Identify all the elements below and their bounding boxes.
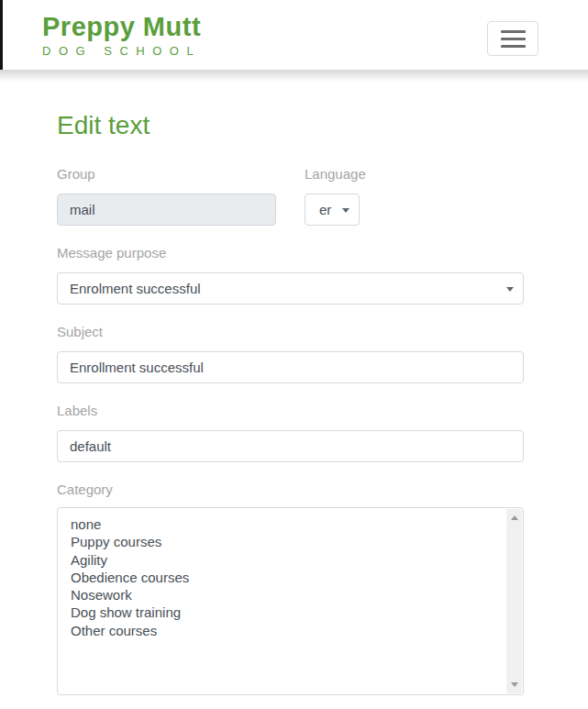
page-title: Edit text bbox=[57, 113, 524, 138]
subject-label: Subject bbox=[57, 325, 524, 338]
language-label: Language bbox=[305, 167, 366, 181]
menu-toggle-button[interactable] bbox=[487, 21, 538, 56]
category-label: Category bbox=[57, 482, 524, 496]
category-option[interactable]: Other courses bbox=[58, 622, 495, 639]
brand-subtitle: DOG SCHOOL bbox=[42, 44, 201, 58]
brand-title: Preppy Mutt bbox=[42, 12, 201, 41]
subject-field: Subject bbox=[57, 325, 524, 383]
group-label: Group bbox=[57, 167, 276, 181]
scroll-up-icon[interactable] bbox=[511, 515, 518, 520]
category-options: nonePuppy coursesAgilityObedience course… bbox=[58, 515, 495, 639]
main-content: Edit text Group Language er Message purp… bbox=[0, 82, 588, 695]
hamburger-icon bbox=[501, 26, 526, 52]
group-field: Group bbox=[57, 167, 276, 226]
category-scrollbar[interactable] bbox=[506, 509, 522, 693]
message-purpose-select-wrap: Enrolment successful bbox=[57, 272, 524, 305]
language-select-wrap: er bbox=[305, 194, 360, 226]
category-option[interactable]: Puppy courses bbox=[58, 533, 495, 550]
labels-input[interactable] bbox=[57, 430, 524, 462]
category-field: Category nonePuppy coursesAgilityObedien… bbox=[57, 482, 524, 695]
language-select[interactable]: er bbox=[305, 194, 360, 226]
category-option[interactable]: Dog show training bbox=[58, 604, 495, 621]
category-option[interactable]: Obedience courses bbox=[58, 569, 495, 586]
category-option[interactable]: Nosework bbox=[58, 586, 495, 604]
header: Preppy Mutt DOG SCHOOL bbox=[0, 0, 588, 70]
message-purpose-select[interactable]: Enrolment successful bbox=[57, 272, 524, 305]
group-input[interactable] bbox=[57, 194, 276, 226]
header-shadow bbox=[0, 70, 588, 82]
subject-input[interactable] bbox=[57, 351, 524, 383]
message-purpose-label: Message purpose bbox=[57, 246, 524, 260]
labels-field: Labels bbox=[57, 404, 524, 462]
category-listbox[interactable]: nonePuppy coursesAgilityObedience course… bbox=[57, 507, 524, 695]
brand-logo[interactable]: Preppy Mutt DOG SCHOOL bbox=[42, 12, 201, 58]
category-option[interactable]: Agility bbox=[58, 551, 495, 569]
group-language-row: Group Language er bbox=[57, 167, 524, 226]
left-edge-strip bbox=[0, 0, 3, 70]
message-purpose-field: Message purpose Enrolment successful bbox=[57, 246, 524, 305]
labels-label: Labels bbox=[57, 404, 524, 417]
scroll-down-icon[interactable] bbox=[511, 682, 518, 687]
category-option[interactable]: none bbox=[58, 515, 495, 533]
language-field: Language er bbox=[305, 167, 366, 226]
